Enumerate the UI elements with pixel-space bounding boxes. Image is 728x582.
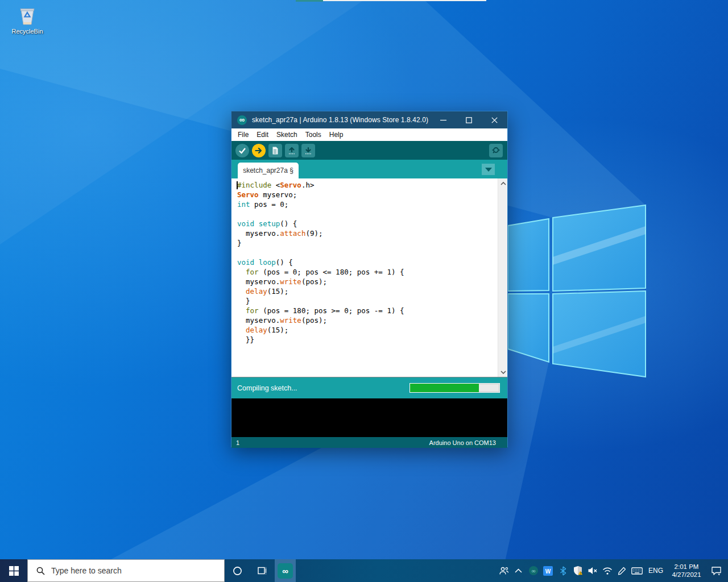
code-line: } <box>237 238 498 248</box>
maximize-button[interactable] <box>456 111 482 128</box>
line-status-bar: 1 Arduino Uno on COM13 <box>231 437 507 448</box>
new-document-icon <box>270 146 280 156</box>
recycle-bin-label: RecycleBin <box>6 28 49 35</box>
code-line <box>237 209 498 219</box>
action-center-icon <box>711 566 722 576</box>
code-line: for (pos = 180; pos >= 0; pos -= 1) { <box>237 306 498 315</box>
menu-item-tools[interactable]: Tools <box>301 129 325 140</box>
close-icon <box>491 117 498 123</box>
svg-text:W: W <box>545 568 551 574</box>
open-arrow-icon <box>287 146 297 156</box>
compile-progress-bar <box>410 383 500 393</box>
w-app-icon: W <box>543 566 553 576</box>
cortana-button[interactable] <box>225 559 250 582</box>
clock-time: 2:01 PM <box>668 563 705 571</box>
hidden-icons-button[interactable] <box>512 559 525 582</box>
minimize-icon <box>440 117 446 123</box>
board-port-info: Arduino Uno on COM13 <box>429 439 496 446</box>
scroll-up-button[interactable] <box>498 178 508 188</box>
menu-bar: FileEditSketchToolsHelp <box>231 128 507 141</box>
code-line: delay(15); <box>237 286 498 296</box>
volume-tray-icon[interactable] <box>586 559 599 582</box>
recycle-bin-icon <box>16 5 39 27</box>
code-area[interactable]: #include <Servo.h>Servo myservo;int pos … <box>231 178 498 377</box>
window-title: sketch_apr27a | Arduino 1.8.13 (Windows … <box>252 116 428 124</box>
maximize-icon <box>466 117 472 123</box>
language-indicator[interactable]: ENG <box>645 559 667 582</box>
action-center-button[interactable] <box>706 559 726 582</box>
keyboard-icon <box>631 567 643 575</box>
defender-tray-icon[interactable] <box>571 559 584 582</box>
bluetooth-tray-icon[interactable] <box>556 559 569 582</box>
tab-sketch-apr27a[interactable]: sketch_apr27a § <box>238 163 299 178</box>
taskbar-clock[interactable]: 2:01 PM 4/27/2021 <box>668 563 705 579</box>
code-line: void setup() { <box>237 219 498 228</box>
background-window-edge-teal <box>296 0 323 2</box>
people-icon <box>499 566 509 576</box>
code-line: for (pos = 0; pos <= 180; pos += 1) { <box>237 267 498 277</box>
start-button[interactable] <box>0 559 27 582</box>
taskbar-arduino-app-button[interactable]: ∞ <box>275 559 296 582</box>
close-button[interactable] <box>482 111 507 128</box>
checkmark-icon <box>237 146 247 156</box>
text-caret <box>237 181 238 189</box>
menu-item-file[interactable]: File <box>234 129 253 140</box>
security-shield-icon <box>573 566 583 576</box>
taskbar: ∞ ∞ W <box>0 559 728 582</box>
code-line: delay(15); <box>237 325 498 335</box>
magnifier-icon <box>491 146 501 156</box>
chevron-up-icon <box>500 182 506 185</box>
bluetooth-icon <box>560 566 566 576</box>
menu-item-edit[interactable]: Edit <box>253 129 272 140</box>
task-view-button[interactable] <box>250 559 275 582</box>
svg-text:∞: ∞ <box>531 568 535 574</box>
scroll-down-button[interactable] <box>498 367 508 377</box>
taskbar-search[interactable] <box>27 559 225 582</box>
upload-button[interactable] <box>252 144 266 157</box>
arduino-tray-icon[interactable]: ∞ <box>527 559 540 582</box>
task-view-icon <box>257 566 267 576</box>
wifi-tray-icon[interactable] <box>601 559 614 582</box>
background-window-edge-white <box>323 0 486 1</box>
clock-date: 4/27/2021 <box>668 571 705 579</box>
arduino-app-icon: ∞ <box>278 563 293 579</box>
minimize-button[interactable] <box>431 111 456 128</box>
code-line: }} <box>237 335 498 344</box>
open-button[interactable] <box>285 144 299 157</box>
progress-fill <box>410 384 479 392</box>
save-arrow-icon <box>303 146 313 156</box>
touch-keyboard-tray-icon[interactable] <box>630 559 643 582</box>
code-line: Servo myservo; <box>237 190 498 199</box>
recycle-bin-desktop-icon[interactable]: RecycleBin <box>6 5 49 35</box>
search-icon <box>36 566 46 576</box>
arduino-ide-window: ∞ sketch_apr27a | Arduino 1.8.13 (Window… <box>231 111 508 447</box>
search-input[interactable] <box>51 566 188 575</box>
code-line: myservo.write(pos); <box>237 315 498 325</box>
save-button[interactable] <box>301 144 315 157</box>
waves-audio-tray-icon[interactable]: W <box>541 559 555 582</box>
code-line: myservo.write(pos); <box>237 277 498 286</box>
verify-button[interactable] <box>235 144 249 157</box>
arduino-infinity-icon: ∞ <box>237 115 247 125</box>
menu-item-help[interactable]: Help <box>325 129 348 140</box>
serial-monitor-button[interactable] <box>489 144 503 157</box>
code-line: } <box>237 296 498 306</box>
new-sketch-button[interactable] <box>268 144 282 157</box>
chevron-down-icon <box>500 371 506 374</box>
window-titlebar[interactable]: ∞ sketch_apr27a | Arduino 1.8.13 (Window… <box>231 111 507 128</box>
pen-tray-icon[interactable] <box>615 559 628 582</box>
tab-label: sketch_apr27a § <box>243 167 293 174</box>
cortana-icon <box>233 566 242 576</box>
editor-tab-bar: sketch_apr27a § <box>231 160 507 178</box>
pen-icon <box>617 566 627 576</box>
code-editor[interactable]: #include <Servo.h>Servo myservo;int pos … <box>231 178 507 377</box>
tab-list-dropdown-button[interactable] <box>482 164 495 175</box>
line-number: 1 <box>236 439 239 446</box>
console-output[interactable] <box>231 398 507 437</box>
code-line: void loop() { <box>237 257 498 267</box>
people-button[interactable] <box>497 559 510 582</box>
editor-scrollbar[interactable] <box>498 178 507 377</box>
menu-item-sketch[interactable]: Sketch <box>272 129 301 140</box>
upload-arrow-icon <box>254 146 264 156</box>
code-line <box>237 248 498 257</box>
